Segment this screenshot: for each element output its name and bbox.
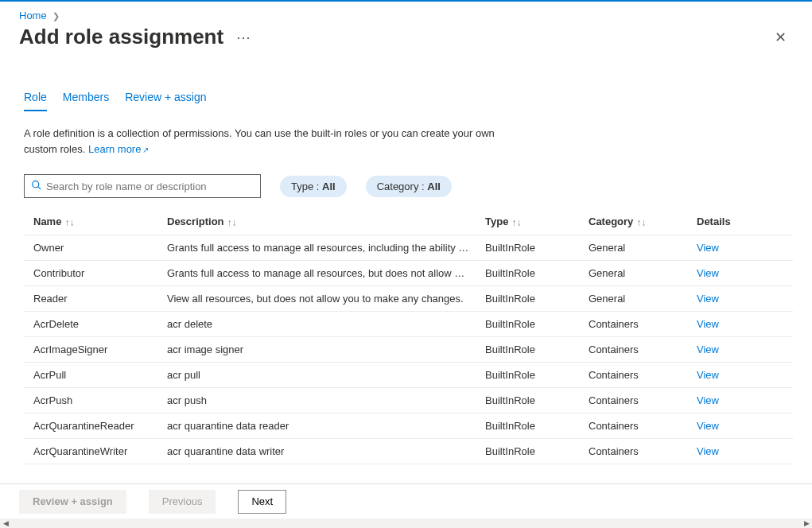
cell-description: acr quarantine data writer — [157, 438, 476, 464]
svg-line-1 — [38, 187, 41, 189]
cell-description: Grants full access to manage all resourc… — [157, 260, 476, 285]
cell-name: Owner — [24, 235, 157, 260]
cell-type: BuiltInRole — [476, 285, 579, 311]
cell-description: acr pull — [157, 362, 476, 387]
sort-icon: ↑↓ — [511, 217, 521, 228]
sort-icon: ↑↓ — [636, 217, 646, 228]
search-input[interactable] — [46, 181, 254, 192]
table-row[interactable]: AcrImageSigneracr image signerBuiltInRol… — [24, 336, 793, 362]
table-row[interactable]: AcrDeleteacr deleteBuiltInRoleContainers… — [24, 311, 793, 336]
cell-category: General — [579, 260, 687, 285]
cell-details: View — [687, 438, 793, 464]
search-box[interactable] — [24, 174, 261, 198]
view-link[interactable]: View — [697, 293, 719, 305]
tab-role[interactable]: Role — [24, 87, 47, 111]
cell-name: AcrQuarantineReader — [24, 413, 157, 438]
view-link[interactable]: View — [697, 369, 719, 381]
cell-name: AcrPull — [24, 362, 157, 387]
tab-bar: RoleMembersReview + assign — [24, 87, 793, 111]
cell-details: View — [687, 336, 793, 362]
cell-name: AcrImageSigner — [24, 336, 157, 362]
cell-type: BuiltInRole — [476, 235, 579, 260]
view-link[interactable]: View — [697, 420, 719, 432]
cell-name: AcrDelete — [24, 311, 157, 336]
cell-description: View all resources, but does not allow y… — [157, 285, 476, 311]
cell-category: General — [579, 235, 687, 260]
tab-members[interactable]: Members — [63, 87, 109, 111]
scroll-track[interactable] — [11, 518, 801, 528]
view-link[interactable]: View — [697, 318, 719, 330]
cell-category: General — [579, 285, 687, 311]
filter-category-pill[interactable]: Category : All — [366, 176, 452, 197]
view-link[interactable]: View — [697, 242, 719, 254]
cell-details: View — [687, 362, 793, 387]
cell-description: Grants full access to manage all resourc… — [157, 235, 476, 260]
table-row[interactable]: AcrPullacr pullBuiltInRoleContainersView — [24, 362, 793, 387]
chevron-right-icon: ❯ — [52, 11, 60, 21]
col-header-details: Details — [687, 209, 793, 235]
cell-type: BuiltInRole — [476, 362, 579, 387]
cell-category: Containers — [579, 413, 687, 438]
description-text: A role definition is a collection of per… — [24, 126, 517, 157]
learn-more-link[interactable]: Learn more↗ — [88, 143, 149, 155]
view-link[interactable]: View — [697, 267, 719, 279]
next-button[interactable]: Next — [238, 490, 286, 514]
search-icon — [31, 180, 41, 192]
svg-point-0 — [33, 181, 39, 188]
tab-review[interactable]: Review + assign — [125, 87, 206, 111]
cell-description: acr delete — [157, 311, 476, 336]
horizontal-scrollbar[interactable]: ◀ ▶ — [0, 518, 812, 528]
table-header-row: Name↑↓ Description↑↓ Type↑↓ Category↑↓ D… — [24, 209, 793, 235]
table-row[interactable]: ReaderView all resources, but does not a… — [24, 285, 793, 311]
view-link[interactable]: View — [697, 344, 719, 355]
cell-category: Containers — [579, 362, 687, 387]
cell-details: View — [687, 387, 793, 413]
external-link-icon: ↗ — [142, 146, 149, 154]
table-row[interactable]: AcrPushacr pushBuiltInRoleContainersView — [24, 387, 793, 413]
sort-icon: ↑↓ — [227, 217, 237, 228]
cell-details: View — [687, 413, 793, 438]
table-row[interactable]: AcrQuarantineWriteracr quarantine data w… — [24, 438, 793, 464]
cell-type: BuiltInRole — [476, 438, 579, 464]
cell-type: BuiltInRole — [476, 387, 579, 413]
page-header: Add role assignment ⋯ ✕ — [0, 25, 812, 56]
table-row[interactable]: OwnerGrants full access to manage all re… — [24, 235, 793, 260]
breadcrumb: Home ❯ — [0, 2, 812, 25]
cell-name: Contributor — [24, 260, 157, 285]
sort-icon: ↑↓ — [64, 217, 74, 228]
col-header-description[interactable]: Description↑↓ — [157, 209, 476, 235]
breadcrumb-home[interactable]: Home — [19, 10, 47, 21]
review-assign-button: Review + assign — [19, 490, 126, 514]
content-scroll[interactable]: RoleMembersReview + assign A role defini… — [0, 67, 812, 483]
cell-type: BuiltInRole — [476, 260, 579, 285]
more-actions-button[interactable]: ⋯ — [233, 29, 254, 46]
cell-description: acr push — [157, 387, 476, 413]
filter-type-pill[interactable]: Type : All — [280, 176, 347, 197]
col-header-type[interactable]: Type↑↓ — [476, 209, 579, 235]
cell-type: BuiltInRole — [476, 311, 579, 336]
cell-category: Containers — [579, 311, 687, 336]
close-icon[interactable]: ✕ — [768, 25, 793, 49]
cell-details: View — [687, 311, 793, 336]
scroll-left-arrow-icon[interactable]: ◀ — [0, 519, 11, 527]
scroll-right-arrow-icon[interactable]: ▶ — [801, 519, 812, 527]
cell-type: BuiltInRole — [476, 413, 579, 438]
cell-name: AcrPush — [24, 387, 157, 413]
footer-bar: Review + assign Previous Next — [0, 483, 812, 518]
page-title: Add role assignment — [19, 25, 223, 49]
cell-name: AcrQuarantineWriter — [24, 438, 157, 464]
cell-details: View — [687, 285, 793, 311]
cell-name: Reader — [24, 285, 157, 311]
cell-description: acr image signer — [157, 336, 476, 362]
col-header-category[interactable]: Category↑↓ — [579, 209, 687, 235]
previous-button: Previous — [149, 490, 216, 514]
table-row[interactable]: AcrQuarantineReaderacr quarantine data r… — [24, 413, 793, 438]
cell-details: View — [687, 235, 793, 260]
view-link[interactable]: View — [697, 445, 719, 457]
view-link[interactable]: View — [697, 394, 719, 406]
roles-table: Name↑↓ Description↑↓ Type↑↓ Category↑↓ D… — [24, 209, 793, 464]
col-header-name[interactable]: Name↑↓ — [24, 209, 157, 235]
cell-category: Containers — [579, 387, 687, 413]
cell-type: BuiltInRole — [476, 336, 579, 362]
table-row[interactable]: ContributorGrants full access to manage … — [24, 260, 793, 285]
